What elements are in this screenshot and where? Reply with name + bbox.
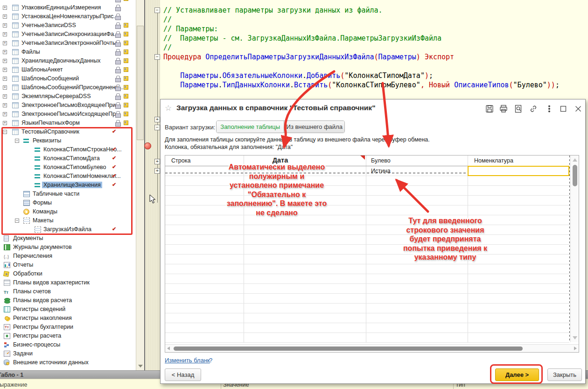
tree-item-Регистры сведений[interactable]: Регистры сведений (0, 305, 136, 314)
active-cell[interactable] (468, 166, 569, 176)
tree-scroll-down-icon[interactable] (138, 365, 143, 368)
tree-item-label[interactable]: ШаблоныАнкет (21, 66, 63, 73)
code-line[interactable]: // Параметры - см. ЗагрузкаДанныхИзФайла… (163, 34, 441, 43)
tree-item-label[interactable]: Журналы документов (13, 244, 72, 250)
tree-item-label[interactable]: Перечисления (13, 253, 52, 259)
code-line[interactable]: // (163, 15, 172, 24)
col-header-nomenklatura[interactable]: Номенклатура (474, 157, 513, 164)
collapse-icon[interactable]: − (3, 130, 7, 134)
code-line[interactable]: // (163, 43, 172, 52)
fold-expand-icon[interactable]: + (154, 117, 160, 122)
table-horizontal-scrollbar[interactable] (165, 344, 579, 352)
expand-icon[interactable]: + (3, 103, 7, 107)
variant-fill-table[interactable]: Заполнение таблицы (217, 121, 284, 133)
expand-icon[interactable]: + (3, 14, 7, 19)
tree-item-ЭкземплярыСервераDSS[interactable]: +ЭкземплярыСервераDSS (0, 92, 136, 101)
tree-item-label[interactable]: КолонкаСТипомСтрокаНео... (43, 146, 122, 153)
expand-icon[interactable]: + (3, 32, 7, 36)
scroll-down-icon[interactable] (573, 336, 577, 339)
tree-item-КолонкаСТипомБулево[interactable]: КолонкаСТипомБулево (0, 163, 136, 172)
close-button[interactable]: Закрыть (547, 368, 582, 381)
tree-item-Журналы документов[interactable]: Журналы документов (0, 243, 136, 252)
tree-item-label[interactable]: ЗагрузкаИзФайла (43, 226, 91, 233)
tree-item-Планы видов характеристик[interactable]: Планы видов характеристик (0, 278, 136, 287)
tree-item-label[interactable]: Планы счетов (13, 288, 51, 295)
tree-item-ТестовыйСправочник[interactable]: −ТестовыйСправочник (0, 127, 136, 136)
fold-expand-icon[interactable]: + (154, 159, 160, 164)
tree-item-label[interactable]: Планы видов расчета (13, 297, 72, 304)
tree-item-Регистры накопления[interactable]: Регистры накопления (0, 314, 136, 323)
variant-from-file[interactable]: Из внешнего файла (284, 121, 344, 133)
back-button[interactable]: < Назад (165, 368, 201, 381)
tree-item-partial[interactable] (0, 0, 136, 3)
expand-icon[interactable]: + (3, 68, 7, 72)
tree-item-label[interactable]: УпаковкиЕдиницыИзмерения (21, 4, 101, 11)
tree-item-label[interactable]: УчетныеЗаписиЭлектроннойПочты (21, 40, 117, 46)
maximize-icon[interactable] (559, 104, 568, 113)
tree-item-Планы видов расчета[interactable]: Планы видов расчета (0, 296, 136, 305)
expand-icon[interactable]: + (3, 94, 7, 99)
tree-item-УчетныеЗаписиЭлектроннойПочты[interactable]: +УчетныеЗаписиЭлектроннойПочты (0, 39, 136, 48)
tree-item-ЗагрузкаИзФайла[interactable]: ЗагрузкаИзФайла (0, 225, 136, 234)
tree-item-label[interactable]: Регистры расчета (13, 332, 61, 339)
tree-item-label[interactable]: ЭлектронноеПисьмоВходящееПри... (21, 102, 120, 108)
expand-icon[interactable]: + (3, 112, 7, 116)
tree-item-УстановкаЦенНоменклатурыПрис...[interactable]: +УстановкаЦенНоменклатурыПрис... (0, 12, 136, 21)
tree-item-label[interactable]: Регистры бухгалтерии (13, 324, 73, 330)
tree-item-label[interactable]: Формы (33, 199, 52, 206)
tree-item-label[interactable]: УстановкаЦенНоменклатурыПрис... (21, 13, 119, 20)
tree-item-Отчеты[interactable]: Отчеты (0, 261, 136, 269)
next-button[interactable]: Далее > (495, 368, 539, 381)
tree-item-КолонкаСТипомДата[interactable]: КолонкаСТипомДата (0, 154, 136, 163)
tree-item-Внешние источники данных[interactable]: Внешние источники данных (0, 358, 136, 367)
code-line[interactable]: // Параметры: (163, 24, 218, 34)
tree-item-label[interactable]: Обработки (13, 270, 42, 277)
breakpoint-marker[interactable] (144, 142, 151, 149)
save-icon[interactable] (485, 104, 494, 113)
tree-item-label[interactable]: Макеты (33, 217, 53, 224)
expand-icon[interactable]: + (3, 23, 7, 28)
col-header-bulevo[interactable]: Булево (371, 157, 391, 164)
tree-item-УчетныеЗаписиСинхронизацииФа...[interactable]: +УчетныеЗаписиСинхронизацииФа... (0, 30, 136, 39)
link-icon[interactable] (529, 104, 538, 113)
code-line[interactable]: // Устанавливает параметры загрузки данн… (163, 6, 383, 15)
tree-item-Макеты[interactable]: −Макеты (0, 216, 136, 225)
tree-item-ЯзыкиПечатныхФорм[interactable]: +ЯзыкиПечатныхФорм (0, 119, 136, 127)
tree-item-label[interactable]: Команды (33, 208, 57, 215)
scroll-left-icon[interactable] (167, 347, 170, 350)
expand-icon[interactable]: + (3, 85, 7, 90)
tree-item-Файлы[interactable]: +Файлы (0, 48, 136, 57)
tree-item-УчетныеЗаписиDSS[interactable]: +УчетныеЗаписиDSS (0, 21, 136, 30)
fold-collapse-icon[interactable]: − (154, 7, 160, 13)
expand-icon[interactable]: + (3, 41, 7, 45)
tree-item-label[interactable]: КолонкаСТипомНоменклат... (43, 173, 121, 179)
tree-item-ШаблоныСообщенийПрисоединенн...[interactable]: +ШаблоныСообщенийПрисоединенн... (0, 83, 136, 92)
expand-icon[interactable]: + (3, 59, 7, 63)
scroll-up-icon[interactable] (573, 158, 577, 162)
expand-icon[interactable]: + (3, 121, 7, 125)
tree-item-label[interactable]: ЭкземплярыСервераDSS (21, 93, 91, 99)
tree-item-label[interactable]: УчетныеЗаписиDSS (21, 22, 76, 28)
col-header-stroka[interactable]: Строка (171, 157, 190, 164)
tree-item-label[interactable]: ТестовыйСправочник (21, 128, 79, 135)
tree-item-label[interactable]: ЭлектронноеПисьмоИсходящееПр... (21, 111, 121, 117)
tree-item-Бизнес-процессы[interactable]: Бизнес-процессы (0, 340, 136, 349)
table-vertical-scrollbar[interactable] (570, 156, 579, 342)
tree-item-Реквизиты[interactable]: −Реквизиты (0, 136, 136, 145)
tree-item-label[interactable]: Табличные части (33, 191, 79, 197)
tree-item-label[interactable]: ШаблоныСообщений (21, 75, 79, 82)
tree-item-label[interactable]: Бизнес-процессы (13, 341, 60, 348)
expand-icon[interactable]: + (3, 6, 7, 10)
tree-item-Документы[interactable]: Документы (0, 234, 136, 243)
tree-item-ЭлектронноеПисьмоИсходящееПр...[interactable]: +ЭлектронноеПисьмоИсходящееПр... (0, 110, 136, 119)
collapse-icon[interactable]: − (15, 219, 19, 223)
print-icon[interactable] (499, 104, 508, 113)
tree-item-label[interactable]: Регистры сведений (13, 306, 65, 312)
code-line[interactable]: Параметры.ОбязательныеКолонки.Добавить("… (163, 71, 433, 80)
tree-item-label[interactable]: КолонкаСТипомБулево (43, 164, 106, 170)
tree-item-label[interactable]: Задачи (13, 350, 33, 357)
tree-item-КолонкаСТипомСтрокаНео...[interactable]: КолонкаСТипомСтрокаНео... (0, 145, 136, 154)
tree-item-Регистры расчета[interactable]: Регистры расчета (0, 332, 136, 340)
tree-item-label[interactable]: УчетныеЗаписиСинхронизацииФа... (21, 31, 119, 37)
code-line[interactable]: Процедура ОпределитьПараметрыЗагрузкиДан… (163, 52, 454, 62)
